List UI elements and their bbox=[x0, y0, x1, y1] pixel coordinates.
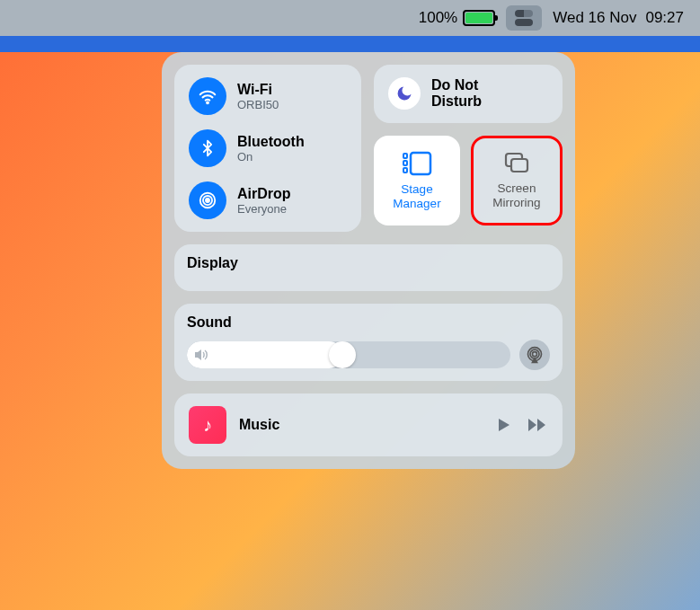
wifi-label: Wi-Fi bbox=[237, 82, 279, 98]
svg-point-10 bbox=[533, 352, 537, 357]
svg-rect-7 bbox=[411, 153, 430, 174]
airplay-icon bbox=[526, 346, 544, 364]
menubar: 100% Wed 16 Nov 09:27 bbox=[0, 0, 700, 36]
now-playing-card[interactable]: ♪ Music bbox=[174, 393, 563, 456]
bluetooth-icon bbox=[189, 129, 226, 167]
focus-toggle[interactable]: Do Not Disturb bbox=[374, 65, 563, 123]
svg-point-1 bbox=[206, 199, 209, 202]
svg-rect-5 bbox=[403, 161, 407, 165]
stage-manager-button[interactable]: Stage Manager bbox=[374, 136, 460, 225]
screen-mirroring-icon bbox=[503, 151, 530, 176]
svg-rect-4 bbox=[403, 154, 407, 158]
date: Wed 16 Nov bbox=[553, 9, 636, 27]
battery-icon bbox=[463, 10, 495, 26]
connectivity-card: Wi-Fi ORBI50 Bluetooth On AirDrop bbox=[174, 65, 361, 232]
window-titlebar bbox=[0, 36, 700, 52]
airplay-audio-button[interactable] bbox=[519, 340, 550, 370]
airdrop-toggle[interactable]: AirDrop Everyone bbox=[189, 181, 347, 219]
play-button[interactable] bbox=[496, 417, 512, 433]
datetime[interactable]: Wed 16 Nov 09:27 bbox=[553, 9, 684, 27]
stage-manager-icon bbox=[402, 150, 432, 177]
wifi-icon bbox=[189, 77, 226, 115]
battery-percent: 100% bbox=[419, 9, 457, 27]
airdrop-label: AirDrop bbox=[237, 186, 291, 202]
control-center-button[interactable] bbox=[506, 5, 542, 31]
wifi-toggle[interactable]: Wi-Fi ORBI50 bbox=[189, 77, 347, 115]
svg-point-0 bbox=[207, 102, 208, 103]
music-title: Music bbox=[239, 417, 483, 433]
svg-rect-6 bbox=[403, 168, 407, 172]
speaker-icon bbox=[194, 349, 208, 361]
sound-card: Sound bbox=[174, 304, 563, 381]
screen-mirroring-button[interactable]: Screen Mirroring bbox=[471, 136, 563, 225]
screen-mirroring-label: Screen Mirroring bbox=[477, 181, 556, 210]
dnd-label: Do Not Disturb bbox=[431, 77, 482, 111]
time: 09:27 bbox=[645, 9, 684, 27]
airdrop-status: Everyone bbox=[237, 202, 291, 216]
bluetooth-toggle[interactable]: Bluetooth On bbox=[189, 129, 347, 167]
display-card: Display ☀ bbox=[174, 244, 563, 291]
sound-volume-slider[interactable] bbox=[187, 341, 510, 368]
battery-indicator[interactable]: 100% bbox=[419, 9, 495, 27]
bluetooth-label: Bluetooth bbox=[237, 134, 305, 150]
wifi-status: ORBI50 bbox=[237, 98, 279, 111]
sound-label: Sound bbox=[187, 314, 550, 331]
control-center-panel: Wi-Fi ORBI50 Bluetooth On AirDrop bbox=[162, 52, 575, 469]
moon-icon bbox=[388, 77, 421, 110]
music-app-icon: ♪ bbox=[189, 406, 226, 444]
stage-manager-label: Stage Manager bbox=[377, 182, 456, 211]
airdrop-icon bbox=[189, 181, 226, 219]
bluetooth-status: On bbox=[237, 150, 305, 164]
next-track-button[interactable] bbox=[527, 417, 548, 433]
display-label: Display bbox=[187, 255, 550, 271]
svg-rect-9 bbox=[511, 159, 527, 172]
